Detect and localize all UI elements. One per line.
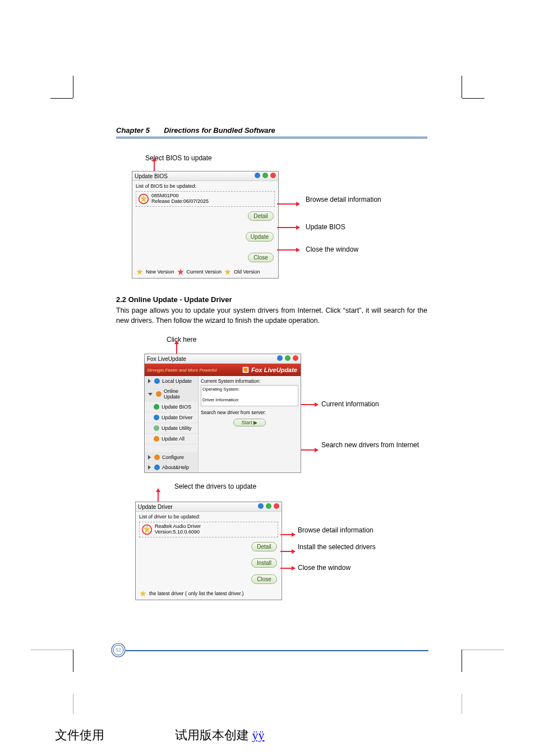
window-title: Fox LiveUpdate	[147, 356, 186, 362]
arrow-up-icon	[158, 491, 159, 502]
footer-right: 试用版本创建 ÿÿ	[175, 727, 265, 744]
nav-online-update[interactable]: Online Update	[145, 386, 198, 402]
start-row: Start ▶	[201, 416, 298, 429]
arrow-right-icon	[301, 404, 318, 405]
install-button[interactable]: Install	[251, 558, 277, 568]
nav-update-driver[interactable]: Update Driver	[145, 412, 198, 423]
help-icon	[154, 465, 160, 470]
nav-local-update[interactable]: Local Update	[145, 376, 198, 386]
callout-search-drivers: Search new drivers from Internet	[321, 441, 419, 449]
bios-list-item[interactable]: 085M01P00 Release Date:06/07/2025	[136, 191, 275, 207]
all-icon	[154, 436, 159, 442]
panel-current-info: Operating System: Driver Information:	[201, 385, 298, 406]
star-current-icon	[177, 268, 185, 276]
panel-current-label: Current System Information:	[201, 378, 298, 384]
page-number-badge: 52	[111, 643, 126, 657]
maximize-icon[interactable]	[285, 355, 290, 361]
nav-update-utility[interactable]: Update Utility	[145, 423, 198, 434]
star-old-icon	[224, 268, 232, 276]
minimize-icon[interactable]	[255, 173, 260, 178]
window-title: Update Driver	[138, 504, 173, 510]
close-button[interactable]: Close	[248, 253, 274, 262]
panel-search-label: Search new driver from server:	[201, 410, 298, 415]
callout-close: Close the window	[306, 245, 358, 253]
driver-list-item[interactable]: Realtek Audio Driver Version:5.10.0.6090	[139, 522, 278, 537]
section-heading: 2.2 Online Update - Update Driver	[116, 295, 427, 304]
chapter-title: Directions for Bundled Software	[164, 126, 275, 134]
titlebar: Update BIOS	[132, 171, 278, 181]
driver-window: Update Driver List of driver to be updat…	[135, 502, 282, 600]
close-icon[interactable]	[274, 503, 279, 509]
svg-marker-8	[140, 590, 146, 597]
close-icon[interactable]	[293, 355, 298, 361]
arrow-right-icon	[277, 249, 299, 251]
legend-current: Current Version	[187, 269, 222, 275]
fox-content: Current System Information: Operating Sy…	[199, 376, 301, 472]
detail-button[interactable]: Detail	[251, 542, 277, 551]
fox-icon	[242, 366, 250, 374]
chapter-header: Chapter 5 Directions for Bundled Softwar…	[116, 126, 427, 138]
arrow-right-icon	[280, 551, 295, 552]
window-controls	[276, 355, 298, 362]
latest-driver-star-icon	[141, 524, 153, 535]
bios-item-text: 085M01P00 Release Date:06/07/2025	[151, 193, 209, 205]
nav-configure[interactable]: Configure	[145, 452, 198, 462]
detail-button[interactable]: Detail	[248, 211, 274, 221]
maximize-icon[interactable]	[266, 503, 271, 509]
banner-slogan: Stronger,Faster and More Powerful	[147, 368, 217, 373]
minimize-icon[interactable]	[258, 503, 264, 509]
driver-caption: Select the drivers to update	[174, 483, 256, 490]
fox-banner: Stronger,Faster and More Powerful Fox Li…	[145, 364, 301, 376]
chapter-label: Chapter 5	[116, 126, 150, 134]
footer-link[interactable]: ÿÿ	[252, 728, 265, 742]
close-button[interactable]: Close	[251, 574, 277, 584]
close-icon[interactable]	[270, 173, 276, 178]
play-icon: ▶	[253, 420, 257, 425]
titlebar: Update Driver	[136, 502, 282, 512]
page-content: Chapter 5 Directions for Bundled Softwar…	[116, 126, 427, 345]
bios-window: Update BIOS List of BIOS to be updated: …	[132, 171, 279, 279]
legend-old: Old Version	[234, 269, 260, 275]
window-controls	[254, 173, 276, 179]
legend-latest: the latest driver ( only list the latest…	[149, 591, 244, 596]
callout-current-info: Current information	[321, 400, 379, 408]
nav-about-help[interactable]: About&Help	[145, 462, 198, 472]
folder-icon	[154, 378, 160, 384]
nav-update-all[interactable]: Update All	[145, 434, 198, 444]
start-button[interactable]: Start ▶	[233, 419, 266, 426]
svg-marker-1	[140, 195, 147, 203]
arrow-up-icon	[154, 161, 155, 171]
arrow-right-icon	[280, 568, 295, 569]
brand-logo: Fox LiveUpdate	[242, 366, 297, 374]
fox-caption: Click here	[167, 336, 427, 344]
footer-left: 文件使用	[55, 727, 104, 744]
chip-icon	[154, 404, 159, 410]
driver-list-label: List of driver to be updated:	[136, 512, 282, 522]
driver-item-text: Realtek Audio Driver Version:5.10.0.6090	[155, 524, 201, 535]
gear-icon	[154, 454, 160, 460]
callout-install: Install the selected drivers	[298, 543, 376, 551]
star-icon	[139, 590, 147, 597]
nav-update-bios[interactable]: Update BIOS	[145, 402, 198, 412]
arrow-up-icon	[176, 344, 177, 354]
panel-driver-label: Driver Information:	[202, 397, 297, 402]
legend: New Version Current Version Old Version	[132, 266, 278, 278]
arrow-right-icon	[277, 227, 299, 228]
titlebar: Fox LiveUpdate	[145, 354, 301, 364]
maximize-icon[interactable]	[262, 173, 268, 178]
minimize-icon[interactable]	[277, 355, 283, 361]
globe-icon	[156, 391, 162, 397]
page-number: 52	[116, 647, 121, 653]
callout-close2: Close the window	[298, 564, 350, 572]
svg-marker-3	[177, 268, 184, 275]
svg-marker-2	[136, 268, 143, 275]
legend-new: New Version	[146, 269, 174, 275]
svg-marker-4	[224, 268, 231, 275]
update-button[interactable]: Update	[246, 232, 274, 242]
window-controls	[257, 503, 279, 510]
panel-os-label: Operating System:	[202, 387, 297, 392]
star-new-icon	[136, 268, 144, 276]
section-paragraph: This page allows you to update your syst…	[116, 306, 427, 326]
svg-marker-7	[143, 526, 150, 534]
window-title: Update BIOS	[135, 173, 168, 179]
